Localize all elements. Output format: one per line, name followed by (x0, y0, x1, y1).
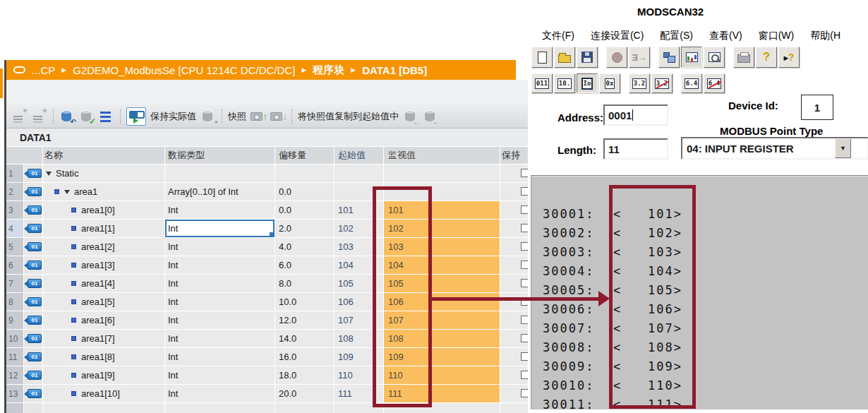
format-button[interactable]: 3.2 (629, 73, 650, 93)
offset-cell[interactable]: 8.0 (275, 275, 334, 292)
camera-down-icon[interactable]: ↓ (270, 109, 286, 124)
offset-cell[interactable]: 0.0 (275, 183, 334, 200)
row-icon-cell[interactable] (24, 164, 42, 182)
row-number[interactable]: 10 (6, 330, 23, 347)
menu-item[interactable]: 文件(F) (542, 30, 574, 42)
camera-up-icon[interactable]: ↑ (251, 109, 266, 124)
name-cell[interactable]: area1[6] (43, 311, 164, 329)
freeze-icon[interactable]: ▪ (200, 109, 216, 124)
menu-item[interactable]: 窗口(W) (759, 30, 795, 42)
row-icon-cell[interactable] (24, 293, 42, 311)
save-button[interactable] (577, 47, 598, 68)
row-number[interactable]: 5 (6, 238, 23, 256)
offset-cell[interactable]: 20.0 (275, 385, 334, 402)
datatype-cell[interactable]: Int (165, 385, 275, 402)
header-datatype[interactable]: 数据类型 (165, 147, 275, 164)
keep-actual-values-button[interactable]: 保持实际值 (150, 110, 196, 123)
header-start-value[interactable]: 起始值 (334, 147, 383, 164)
offset-cell[interactable]: 6.0 (275, 256, 334, 274)
add-row-icon[interactable] (32, 109, 47, 124)
row-icon-cell[interactable] (24, 311, 42, 329)
snapshot-button[interactable]: 快照 (228, 110, 246, 123)
row-icon-cell[interactable] (24, 330, 42, 347)
name-cell[interactable]: area1[8] (43, 348, 164, 366)
offset-cell[interactable]: 4.0 (275, 238, 334, 256)
row-icon-cell[interactable] (24, 366, 42, 384)
row-number[interactable]: 3 (6, 201, 23, 219)
row-number[interactable]: 12 (6, 366, 23, 384)
format-button[interactable]: Io (577, 73, 598, 93)
row-icon-cell[interactable] (24, 201, 42, 219)
breadcrumb-item-data-block[interactable]: DATA1 [DB5] (362, 64, 427, 76)
row-number[interactable]: 2 (6, 183, 23, 200)
monitor-all-icon[interactable] (126, 107, 146, 126)
header-offset[interactable]: 偏移量 (275, 147, 334, 164)
format-button[interactable]: 6.4 (681, 73, 702, 93)
name-cell[interactable]: area1[3] (43, 256, 164, 274)
menu-item[interactable]: 帮助(H (810, 30, 840, 42)
row-number[interactable]: 1 (6, 164, 23, 182)
datatype-cell[interactable]: Int (165, 293, 275, 311)
row-number[interactable]: 11 (6, 348, 23, 366)
pin-icon[interactable] (13, 66, 25, 73)
row-number[interactable]: 6 (6, 256, 23, 274)
name-cell[interactable]: area1 (43, 183, 164, 200)
dropdown-arrow-button[interactable]: ▼ (835, 138, 851, 158)
datatype-cell[interactable]: Int (165, 256, 275, 274)
name-cell[interactable]: area1[7] (43, 330, 164, 347)
name-cell[interactable]: area1[0] (43, 201, 164, 219)
show-traffic-button[interactable] (658, 47, 680, 68)
expand-triangle-icon[interactable] (64, 190, 70, 194)
row-icon-cell[interactable] (24, 183, 42, 200)
row-number[interactable]: 13 (6, 385, 23, 402)
menu-item[interactable]: 连接设置(C) (591, 30, 644, 42)
format-button[interactable]: 10. (554, 73, 575, 93)
row-icon-cell[interactable] (24, 385, 42, 402)
name-cell[interactable]: area1[5] (43, 293, 164, 311)
load-all-start-values-icon[interactable]: ← (423, 109, 438, 124)
name-cell[interactable]: area1[10] (43, 385, 164, 402)
row-icon-cell[interactable] (24, 220, 42, 237)
open-file-button[interactable] (554, 47, 575, 68)
format-button[interactable]: 3.2 (651, 73, 673, 93)
datatype-cell[interactable]: Array[0..10] of Int (165, 183, 275, 200)
insert-row-icon[interactable] (12, 109, 28, 124)
row-icon-cell[interactable] (24, 256, 42, 274)
offset-cell[interactable]: 12.0 (275, 311, 334, 329)
load-values-icon[interactable]: ↶ (59, 109, 75, 124)
menu-item[interactable]: 查看(V) (709, 30, 742, 42)
start-value-cell[interactable] (334, 164, 383, 182)
name-cell[interactable]: area1[9] (43, 366, 164, 384)
datatype-cell[interactable]: Int (165, 275, 275, 292)
format-button[interactable]: 0x (599, 73, 620, 93)
new-file-button[interactable] (531, 47, 553, 68)
row-icon-cell[interactable] (24, 275, 42, 292)
offset-cell[interactable]: 18.0 (275, 366, 334, 384)
datatype-cell[interactable] (165, 164, 275, 182)
format-button[interactable]: 6.4 (704, 73, 725, 93)
print-button[interactable] (733, 47, 754, 68)
datatype-cell[interactable]: Int (165, 238, 275, 256)
header-retain[interactable]: 保持 (500, 147, 529, 164)
context-help-button[interactable]: ▸? (778, 47, 800, 68)
device-id-input[interactable]: 1 (801, 95, 833, 120)
length-input[interactable]: 11 (603, 138, 668, 160)
expand-all-icon[interactable] (99, 109, 114, 124)
show-data-button[interactable] (681, 47, 702, 68)
resync-button[interactable]: Ǝ→ (629, 47, 650, 68)
row-number[interactable]: 8 (6, 293, 23, 311)
name-cell[interactable]: area1[2] (43, 238, 164, 256)
address-input[interactable]: 0001 (603, 104, 668, 126)
offset-cell[interactable]: 14.0 (275, 330, 334, 347)
offset-cell[interactable] (275, 164, 334, 182)
format-button[interactable]: 011 (531, 73, 553, 93)
offset-cell[interactable]: 0.0 (275, 201, 334, 219)
expand-triangle-icon[interactable] (46, 172, 52, 176)
row-number[interactable]: 4 (6, 220, 23, 237)
offset-cell[interactable]: 16.0 (275, 348, 334, 366)
row-number[interactable]: 9 (6, 311, 23, 329)
name-cell[interactable]: area1[4] (43, 275, 164, 292)
load-start-values-icon[interactable]: ← (403, 109, 418, 124)
row-number[interactable]: 7 (6, 275, 23, 292)
menu-item[interactable]: 配置(S) (660, 30, 693, 42)
